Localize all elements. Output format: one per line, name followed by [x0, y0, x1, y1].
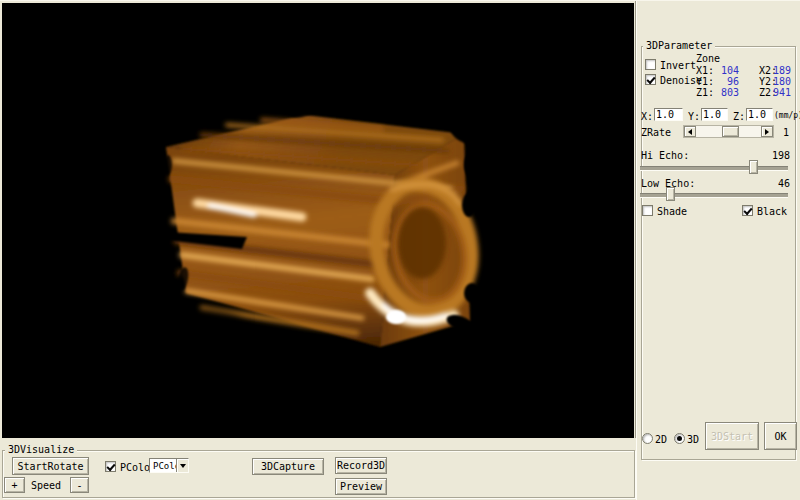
render-viewport[interactable] — [2, 3, 634, 438]
shade-label[interactable]: Shade — [657, 206, 687, 217]
right-arrow-icon — [765, 129, 772, 135]
hi-echo-label: Hi Echo: — [641, 150, 689, 161]
parameter-panel: 3DParameter Invert Denoise Zone X1: 104 … — [636, 1, 800, 500]
record-3d-button[interactable]: Record3D — [335, 457, 387, 474]
z-scale-input[interactable] — [746, 108, 773, 121]
x-scale-label: X: — [641, 111, 653, 122]
zrate-scrollbar[interactable] — [683, 125, 774, 138]
zrate-value: 1 — [783, 127, 789, 138]
black-checkbox[interactable] — [742, 205, 753, 216]
denoise-checkbox[interactable] — [645, 74, 656, 85]
speed-label: Speed — [31, 480, 61, 491]
speed-minus-button[interactable]: - — [70, 477, 89, 493]
low-echo-slider-thumb[interactable] — [666, 187, 675, 201]
hi-echo-value: 198 — [755, 150, 790, 161]
capture-3d-button[interactable]: 3DCapture — [252, 458, 324, 475]
speed-plus-button[interactable]: + — [4, 477, 25, 493]
zone-x2-value: 189 — [769, 65, 791, 76]
preview-button[interactable]: Preview — [335, 478, 387, 495]
x-scale-input[interactable] — [654, 108, 683, 121]
shade-checkbox[interactable] — [642, 205, 653, 216]
app-window: 3DParameter Invert Denoise Zone X1: 104 … — [0, 0, 800, 500]
mode-3d-radio[interactable] — [674, 433, 685, 444]
visualize-group-title: 3DVisualize — [5, 444, 77, 455]
zone-y1-label: Y1: — [696, 76, 714, 87]
zrate-left-arrow[interactable] — [684, 126, 696, 137]
param-group-title: 3DParameter — [643, 40, 715, 51]
zrate-right-arrow[interactable] — [761, 126, 773, 137]
invert-checkbox[interactable] — [645, 59, 656, 70]
pcolor-dropdown[interactable]: PColor — [149, 458, 189, 473]
mode-2d-radio[interactable] — [642, 433, 653, 444]
left-arrow-icon — [685, 129, 692, 135]
zrate-scroll-thumb[interactable] — [722, 126, 739, 137]
chevron-down-icon — [180, 464, 186, 471]
y-scale-input[interactable] — [701, 108, 728, 121]
start-rotate-button[interactable]: StartRotate — [12, 457, 89, 475]
zone-z1-value: 803 — [713, 87, 739, 98]
pcolor-dropdown-button[interactable] — [176, 459, 188, 472]
low-echo-value: 46 — [755, 178, 790, 189]
mode-3d-label[interactable]: 3D — [687, 434, 699, 445]
mode-2d-label[interactable]: 2D — [655, 434, 667, 445]
zone-y2-value: 180 — [769, 76, 791, 87]
z-scale-label: Z: — [733, 111, 745, 122]
hi-echo-slider-thumb[interactable] — [749, 160, 758, 174]
zone-x1-value: 104 — [713, 65, 739, 76]
zone-y1-value: 96 — [713, 76, 739, 87]
black-label[interactable]: Black — [757, 206, 787, 217]
hi-echo-slider-track[interactable] — [640, 166, 788, 171]
invert-label[interactable]: Invert — [660, 60, 696, 71]
volume-render-3d — [2, 3, 634, 438]
zone-z2-value: 941 — [769, 87, 791, 98]
zone-title: Zone — [696, 53, 720, 64]
zrate-label: ZRate — [641, 127, 671, 138]
start-3d-button[interactable]: 3DStart — [705, 422, 759, 450]
pcolor-checkbox[interactable] — [105, 461, 116, 472]
low-echo-slider-track[interactable] — [640, 193, 788, 198]
y-scale-label: Y: — [688, 111, 700, 122]
scale-unit-label: (mm/p) — [774, 110, 800, 121]
ok-button[interactable]: OK — [764, 422, 797, 450]
zone-x1-label: X1: — [696, 65, 714, 76]
visualize-panel: 3DVisualize StartRotate + Speed - PColor… — [0, 438, 636, 500]
zone-z1-label: Z1: — [696, 87, 714, 98]
